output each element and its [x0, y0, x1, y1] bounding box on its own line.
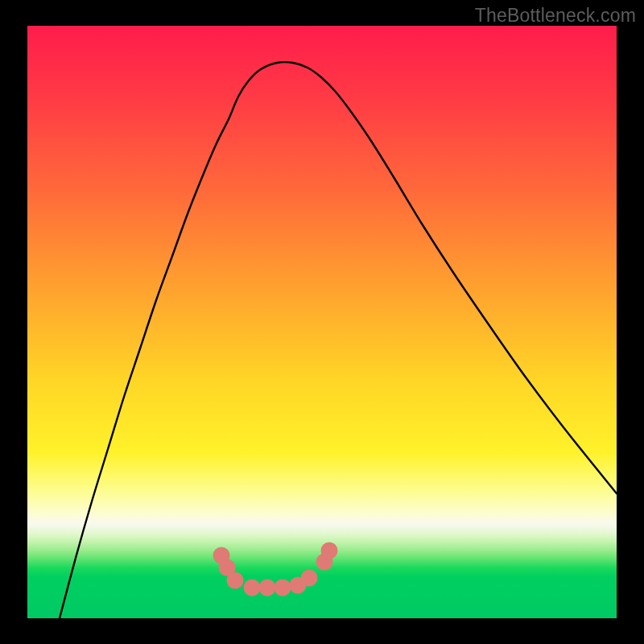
curve-marker	[275, 580, 291, 597]
bottleneck-curve	[27, 26, 617, 618]
curve-marker	[321, 543, 338, 559]
curve-marker	[259, 580, 276, 597]
curve-marker	[301, 570, 318, 587]
plot-area	[27, 26, 617, 618]
watermark-text: TheBottleneck.com	[475, 5, 636, 27]
curve-marker	[227, 572, 244, 589]
curve-marker	[244, 580, 261, 597]
chart-frame: TheBottleneck.com	[0, 0, 644, 644]
